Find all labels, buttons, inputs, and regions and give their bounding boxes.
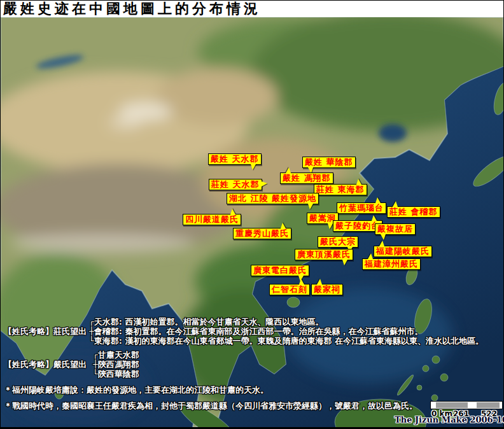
map-callout-yanjiaci: 嚴家祠 <box>311 284 343 295</box>
callout-pointer <box>375 197 381 203</box>
map-callout-guangdong-dianbai: 廣東電白嚴氏 <box>251 265 309 276</box>
map-callout-text: 福建陽岐嚴氏 <box>376 246 430 256</box>
map-callout-text: 莊姓 天水郡 <box>211 179 260 189</box>
map-callout-yan-tianshui: 嚴姓 天水郡 <box>208 153 262 165</box>
map-callout-text: 嚴複故居 <box>377 224 413 234</box>
map-callout-text: 莊姓 東海郡 <box>316 185 365 194</box>
map-callout-renzhi-shike: 仁智石刻 <box>269 284 310 295</box>
callout-pointer <box>281 223 286 229</box>
map-callout-text: 嚴氏大宗 <box>320 237 356 246</box>
map-callout-yan-huayin: 嚴姓 華陰郡 <box>302 157 356 168</box>
title-bar: 嚴姓史迹在中國地圖上的分布情況 <box>1 1 503 17</box>
footnote-origin: ＊福州陽岐嚴培庸說：嚴姓的發源地，主要在湖北的江陵和甘肅的天水。 <box>4 384 269 396</box>
callout-pointer <box>368 253 373 259</box>
map-callout-text: 四川嚴道嚴氏 <box>185 215 239 224</box>
scale-bar-segment <box>477 402 500 408</box>
map-callout-guangdong-dingxi: 廣東頂溪嚴氏 <box>295 249 353 260</box>
map-callout-text: 嚴家祠 <box>314 285 340 294</box>
map-callout-text: 福建漳州嚴氏 <box>365 259 418 269</box>
map-callout-text: 嚴姓 天水郡 <box>211 154 259 164</box>
callout-pointer <box>251 164 256 170</box>
map-callout-text: 竹葉瑪瑙台 <box>339 203 384 213</box>
callout-pointer <box>317 279 322 285</box>
map-callout-text: 廣東頂溪嚴氏 <box>297 250 351 259</box>
map-callout-text: 嚴子陵釣台 <box>335 221 380 230</box>
callout-pointer <box>342 260 347 265</box>
callout-pointer <box>286 167 291 173</box>
kaolue-zhuang-line3: └東海郡: 漢初的東海郡在今山東省郯城一帶。東魏及隋唐的東海郡 在今江蘇省東海縣… <box>89 335 484 347</box>
map-callout-text: 嚴姓 馮翔郡 <box>283 173 331 183</box>
kaolue-zhuang-heading: 【姓氏考略】莊氏望出 <box>4 326 87 337</box>
callout-pointer <box>356 179 361 185</box>
map-callout-zhuang-kuaiji: 莊姓 會稽郡 <box>387 206 440 218</box>
map-callout-chongqing-xiushan: 重慶秀山嚴氏 <box>233 228 291 239</box>
map-callout-yanfu-guju: 嚴複故居 <box>375 223 416 235</box>
map-callout-text: 廣東電白嚴氏 <box>253 265 307 275</box>
callout-pointer <box>299 279 304 285</box>
map-callout-zhuang-tianshui: 莊姓 天水郡 <box>209 179 262 190</box>
map-callout-fujian-zhangzhou: 福建漳州嚴氏 <box>362 258 421 270</box>
scale-bar-segment <box>436 402 468 408</box>
map-callout-zhuye-manaotai: 竹葉瑪瑙台 <box>337 202 386 214</box>
map-callout-text: 仁智石刻 <box>272 285 307 294</box>
callout-pointer <box>308 204 313 209</box>
callout-pointer <box>230 209 235 215</box>
map-callout-zhuang-donghai: 莊姓 東海郡 <box>314 184 367 195</box>
map-callout-yan-fengxiang: 嚴姓 馮翔郡 <box>280 172 333 184</box>
callout-pointer <box>372 215 377 221</box>
kaolue-yan-line3: └陝西華陰郡 <box>93 369 139 380</box>
map-callout-yanshi-dazong: 嚴氏大宗 <box>318 236 358 248</box>
attribution: The Jizun Make 2006-10-04 <box>395 415 503 425</box>
callout-pointer <box>381 234 386 240</box>
kaolue-yan-heading: 【姓氏考略】嚴氏望出 <box>4 359 87 370</box>
footnote-history: ＊戰國時代時，秦國昭襄王任嚴君疾為相，封他于蜀郡嚴道縣（今四川省雅安市滎經縣），… <box>4 400 417 412</box>
map-callout-text: 莊姓 會稽郡 <box>389 207 438 216</box>
map-callout-text: 嚴嵩洞 <box>309 213 336 223</box>
callout-pointer <box>393 201 398 207</box>
scale-bar-track <box>430 401 503 409</box>
map-callout-text: 嚴姓 華陰郡 <box>305 157 353 167</box>
map-callout-text: 湖北 江陵 嚴姓發源地 <box>229 193 316 203</box>
map-callout-text: 重慶秀山嚴氏 <box>235 229 289 238</box>
map-callout-hubei-jiangling: 湖北 江陵 嚴姓發源地 <box>227 193 319 204</box>
map-callout-fujian-yangqi: 福建陽岐嚴氏 <box>374 246 432 257</box>
callout-pointer <box>379 241 384 246</box>
page-title: 嚴姓史迹在中國地圖上的分布情況 <box>3 1 261 17</box>
page: 嚴姓史迹在中國地圖上的分布情況 <box>0 0 504 429</box>
callout-pointer <box>328 223 333 229</box>
map-callout-sichuan-yandao: 四川嚴道嚴氏 <box>183 214 241 225</box>
callout-pointer <box>262 181 267 186</box>
